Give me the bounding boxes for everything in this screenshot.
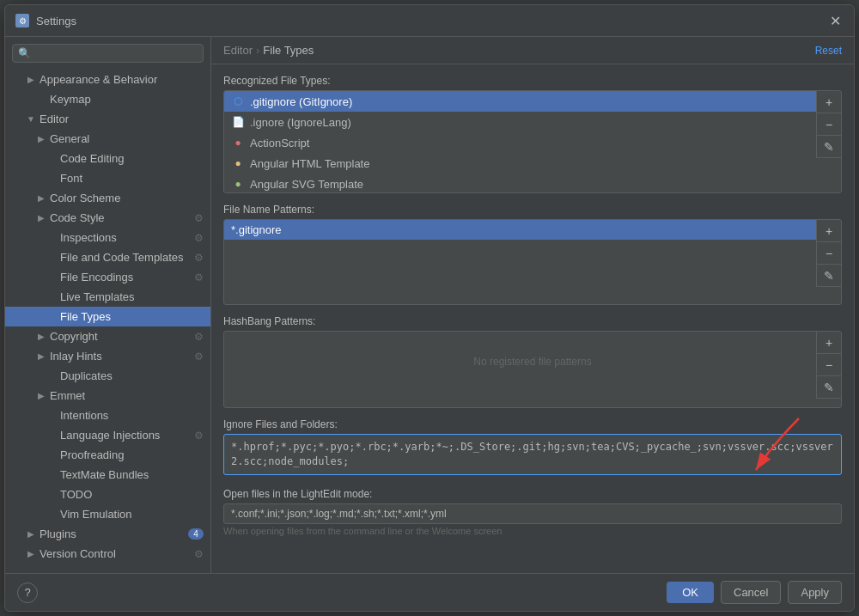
file-name-patterns-label: File Name Patterns: — [223, 204, 842, 216]
sidebar-item-label: Inspections — [60, 231, 117, 244]
sidebar-item-duplicates[interactable]: Duplicates — [5, 366, 210, 386]
reset-link[interactable]: Reset — [815, 45, 842, 57]
sidebar-item-plugins[interactable]: ▶ Plugins 4 — [5, 524, 210, 544]
sidebar-item-label: Vim Emulation — [60, 508, 132, 521]
sidebar-item-label: Proofreading — [60, 448, 124, 461]
settings-icon: ⚙ — [194, 212, 204, 224]
list-item[interactable]: ● Angular SVG Template — [224, 174, 841, 193]
file-type-name: ActionScript — [250, 137, 309, 149]
sidebar-item-label: Editor — [40, 113, 69, 125]
list-item[interactable]: ● ActionScript — [224, 132, 841, 153]
arrow-icon: ▶ — [36, 332, 46, 341]
search-input[interactable] — [34, 47, 198, 59]
add-hashbang-button[interactable]: + — [817, 332, 841, 354]
sidebar-item-file-and-code-templates[interactable]: File and Code Templates ⚙ — [5, 247, 210, 267]
sidebar-item-label: Copyright — [50, 330, 98, 343]
sidebar-item-code-style[interactable]: ▶ Code Style ⚙ — [5, 208, 210, 228]
title-bar-left: ⚙ Settings — [15, 14, 76, 27]
hashbang-patterns-label: HashBang Patterns: — [223, 315, 842, 327]
file-type-name: .gitignore (GitIgnore) — [250, 95, 352, 108]
sidebar: 🔍 ▶ Appearance & Behavior Keymap ▼ Edito… — [5, 37, 211, 573]
sidebar-item-label: Color Scheme — [50, 192, 120, 204]
cancel-button[interactable]: Cancel — [721, 581, 781, 604]
settings-icon: ⚙ — [194, 351, 204, 363]
sidebar-item-emmet[interactable]: ▶ Emmet — [5, 386, 210, 406]
sidebar-item-label: File Encodings — [60, 271, 133, 284]
sidebar-item-label: File and Code Templates — [60, 251, 184, 264]
arrow-icon: ▶ — [26, 529, 36, 539]
add-file-type-button[interactable]: + — [817, 91, 841, 113]
arrow-icon: ▶ — [36, 351, 46, 361]
list-item[interactable]: ⬡ .gitignore (GitIgnore) — [224, 91, 841, 112]
settings-icon: ⚙ — [194, 271, 204, 284]
dialog-body: 🔍 ▶ Appearance & Behavior Keymap ▼ Edito… — [5, 37, 854, 573]
settings-dialog: ⚙ Settings ✕ 🔍 ▶ Appearance & Behavior K… — [4, 4, 855, 612]
open-files-section: Open files in the LightEdit mode: When o… — [223, 488, 842, 536]
sidebar-item-label: Font — [60, 172, 82, 185]
sidebar-item-editor[interactable]: ▼ Editor — [5, 109, 210, 129]
remove-hashbang-button[interactable]: − — [817, 354, 841, 376]
sidebar-item-general[interactable]: ▶ General — [5, 129, 210, 149]
ok-button[interactable]: OK — [667, 582, 714, 603]
sidebar-item-label: Appearance & Behavior — [40, 73, 157, 86]
sidebar-item-inspections[interactable]: Inspections ⚙ — [5, 228, 210, 247]
open-files-label: Open files in the LightEdit mode: — [223, 488, 842, 500]
sidebar-item-file-types[interactable]: File Types — [5, 307, 210, 326]
recognized-file-types-label: Recognized File Types: — [223, 75, 842, 87]
sidebar-item-label: General — [50, 132, 89, 145]
remove-pattern-button[interactable]: − — [817, 242, 841, 265]
list-item[interactable]: ● Angular HTML Template — [224, 153, 841, 174]
pattern-value: *.gitignore — [231, 223, 282, 236]
sidebar-item-textmate-bundles[interactable]: TextMate Bundles — [5, 465, 210, 485]
sidebar-item-intentions[interactable]: Intentions — [5, 406, 210, 425]
sidebar-item-todo[interactable]: TODO — [5, 485, 210, 504]
recognized-file-types-section: Recognized File Types: ⬡ .gitignore (Git… — [223, 75, 842, 193]
add-pattern-button[interactable]: + — [817, 220, 841, 242]
apply-button[interactable]: Apply — [788, 581, 842, 604]
sidebar-item-keymap[interactable]: Keymap — [5, 89, 210, 109]
file-types-list: ⬡ .gitignore (GitIgnore) 📄 .ignore (Igno… — [224, 91, 841, 193]
sidebar-item-file-encodings[interactable]: File Encodings ⚙ — [5, 267, 210, 287]
sidebar-item-label: Keymap — [50, 93, 91, 106]
sidebar-item-appearance[interactable]: ▶ Appearance & Behavior — [5, 70, 210, 89]
file-type-name: Angular SVG Template — [250, 178, 363, 191]
arrow-icon: ▶ — [36, 193, 46, 203]
list-item[interactable]: *.gitignore — [224, 220, 841, 240]
sidebar-item-proofreading[interactable]: Proofreading — [5, 445, 210, 465]
sidebar-item-inlay-hints[interactable]: ▶ Inlay Hints ⚙ — [5, 346, 210, 366]
sidebar-item-language-injections[interactable]: Language Injections ⚙ — [5, 425, 210, 445]
file-name-patterns-section: File Name Patterns: *.gitignore + − ✎ — [223, 204, 842, 305]
sidebar-item-color-scheme[interactable]: ▶ Color Scheme — [5, 188, 210, 208]
edit-pattern-button[interactable]: ✎ — [817, 265, 841, 287]
footer-right: OK Cancel Apply — [667, 581, 842, 604]
sidebar-item-label: TextMate Bundles — [60, 468, 149, 481]
edit-file-type-button[interactable]: ✎ — [817, 136, 841, 158]
file-type-name: .ignore (IgnoreLang) — [250, 116, 351, 129]
settings-icon: ⚙ — [194, 232, 204, 244]
close-button[interactable]: ✕ — [826, 12, 844, 29]
help-button[interactable]: ? — [17, 582, 38, 603]
list-item[interactable]: 📄 .ignore (IgnoreLang) — [224, 112, 841, 132]
ignore-files-input[interactable] — [223, 434, 842, 475]
sidebar-item-label: Version Control — [40, 547, 116, 560]
settings-icon: ⚙ — [194, 548, 204, 560]
settings-icon: ⚙ — [194, 430, 204, 442]
sidebar-item-version-control[interactable]: ▶ Version Control ⚙ — [5, 544, 210, 564]
recognized-file-types-panel: ⬡ .gitignore (GitIgnore) 📄 .ignore (Igno… — [223, 90, 842, 193]
file-type-name: Angular HTML Template — [250, 157, 369, 170]
sidebar-item-code-editing[interactable]: Code Editing — [5, 149, 210, 168]
sidebar-item-copyright[interactable]: ▶ Copyright ⚙ — [5, 326, 210, 346]
sidebar-item-live-templates[interactable]: Live Templates — [5, 287, 210, 307]
open-files-input[interactable] — [223, 503, 842, 524]
search-box[interactable]: 🔍 — [12, 44, 204, 63]
sidebar-item-font[interactable]: Font — [5, 168, 210, 188]
edit-hashbang-button[interactable]: ✎ — [817, 376, 841, 399]
sidebar-item-label: Language Injections — [60, 429, 160, 442]
breadcrumb-current: File Types — [263, 44, 314, 57]
hashbang-patterns-panel: No registered file patterns + − ✎ — [223, 331, 842, 408]
file-type-icon: ● — [231, 177, 245, 191]
remove-file-type-button[interactable]: − — [817, 113, 841, 136]
sidebar-item-label: Emmet — [50, 389, 85, 402]
sidebar-item-vim-emulation[interactable]: Vim Emulation — [5, 504, 210, 524]
sidebar-item-label: TODO — [60, 488, 92, 501]
